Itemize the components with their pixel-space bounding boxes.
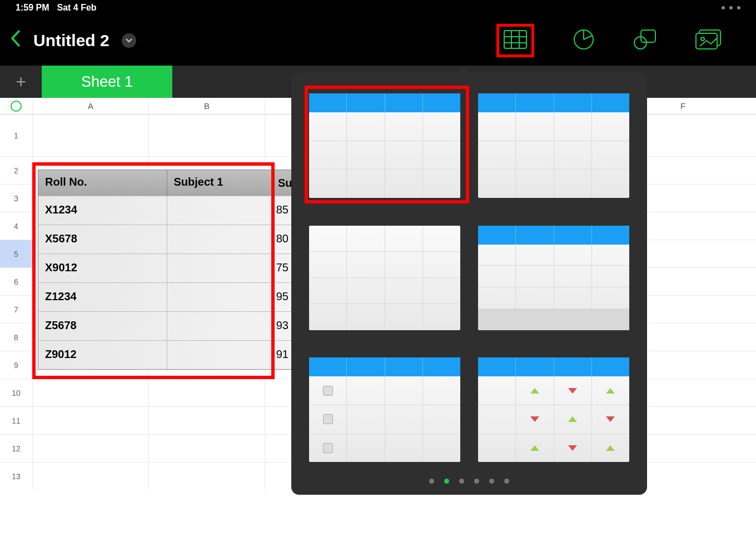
cell-roll[interactable]: Z1234 xyxy=(38,283,167,311)
shape-tool-icon[interactable] xyxy=(633,29,656,52)
page-dot-active[interactable] xyxy=(444,479,449,484)
page-indicator[interactable] xyxy=(309,469,629,484)
cell-roll[interactable]: X5678 xyxy=(38,225,167,253)
media-tool-icon[interactable] xyxy=(695,29,721,52)
add-sheet-button[interactable]: + xyxy=(0,66,42,98)
row-header-11[interactable]: 11 xyxy=(0,406,32,434)
triangle-up-icon xyxy=(606,388,615,394)
row-headers: 1 2 3 4 5 6 7 8 9 10 11 12 13 xyxy=(0,115,32,490)
triangle-up-icon xyxy=(568,416,577,422)
cell-s1[interactable]: 85 xyxy=(167,196,296,225)
table-tool-icon[interactable] xyxy=(496,24,534,57)
table-template-4[interactable] xyxy=(478,226,629,330)
column-header-B[interactable]: B xyxy=(148,98,265,114)
cell-s1[interactable]: 91 xyxy=(167,341,296,369)
triangle-up-icon xyxy=(530,445,539,451)
svg-rect-6 xyxy=(641,30,655,42)
row-header-13[interactable]: 13 xyxy=(0,462,32,490)
cell-roll[interactable]: X9012 xyxy=(38,254,167,282)
row-header-1[interactable]: 1 xyxy=(0,115,32,156)
status-time: 1:59 PM xyxy=(16,3,49,13)
cell-s1[interactable]: 93 xyxy=(167,312,296,340)
more-icon[interactable] xyxy=(722,6,740,9)
row-header-12[interactable]: 12 xyxy=(0,434,32,462)
svg-rect-0 xyxy=(504,31,526,48)
triangle-down-icon xyxy=(568,388,577,394)
header-subject-1[interactable]: Subject 1 xyxy=(167,170,296,196)
back-icon[interactable] xyxy=(10,29,21,53)
status-date: Sat 4 Feb xyxy=(57,3,96,13)
cell-roll[interactable]: Z5678 xyxy=(38,312,167,340)
row-header-9[interactable]: 9 xyxy=(0,351,32,379)
cell-s1[interactable]: 95 xyxy=(167,283,296,311)
row-header-8[interactable]: 8 xyxy=(0,323,32,351)
column-header-A[interactable]: A xyxy=(32,98,148,114)
chart-tool-icon[interactable] xyxy=(573,29,594,52)
triangle-up-icon xyxy=(530,388,539,394)
page-dot[interactable] xyxy=(459,479,464,484)
table-template-6[interactable] xyxy=(478,357,629,462)
table-template-1[interactable] xyxy=(309,93,460,198)
table-styles-popover xyxy=(291,72,647,495)
row-header-10[interactable]: 10 xyxy=(0,379,32,406)
triangle-down-icon xyxy=(568,445,577,451)
page-dot[interactable] xyxy=(429,479,434,484)
cell-roll[interactable]: X1234 xyxy=(38,196,167,225)
sheet-tab-1[interactable]: Sheet 1 xyxy=(42,66,172,98)
partial-header-text: Su xyxy=(278,177,292,190)
cell-roll[interactable]: Z9012 xyxy=(38,341,167,369)
row-header-2[interactable]: 2 xyxy=(0,156,32,184)
table-template-5[interactable] xyxy=(309,357,460,462)
table-template-3[interactable] xyxy=(309,226,460,330)
select-all-corner[interactable] xyxy=(0,101,32,112)
header-roll-no[interactable]: Roll No. xyxy=(38,170,167,196)
document-title[interactable]: Untitled 2 xyxy=(33,31,110,50)
title-bar: Untitled 2 xyxy=(0,16,756,66)
triangle-down-icon xyxy=(606,416,615,422)
row-header-6[interactable]: 6 xyxy=(0,267,32,295)
chevron-down-icon[interactable] xyxy=(122,33,136,48)
table-template-2[interactable] xyxy=(478,93,629,198)
page-dot[interactable] xyxy=(504,479,509,484)
status-bar: 1:59 PM Sat 4 Feb xyxy=(0,0,756,16)
triangle-up-icon xyxy=(606,445,615,451)
row-header-5[interactable]: 5 xyxy=(0,240,32,267)
page-dot[interactable] xyxy=(489,479,494,484)
cell-s1[interactable]: 75 xyxy=(167,254,296,282)
page-dot[interactable] xyxy=(474,479,479,484)
cell-s1[interactable]: 80 xyxy=(167,225,296,253)
triangle-down-icon xyxy=(530,416,539,422)
row-header-7[interactable]: 7 xyxy=(0,295,32,323)
row-header-4[interactable]: 4 xyxy=(0,212,32,240)
row-header-3[interactable]: 3 xyxy=(0,184,32,212)
